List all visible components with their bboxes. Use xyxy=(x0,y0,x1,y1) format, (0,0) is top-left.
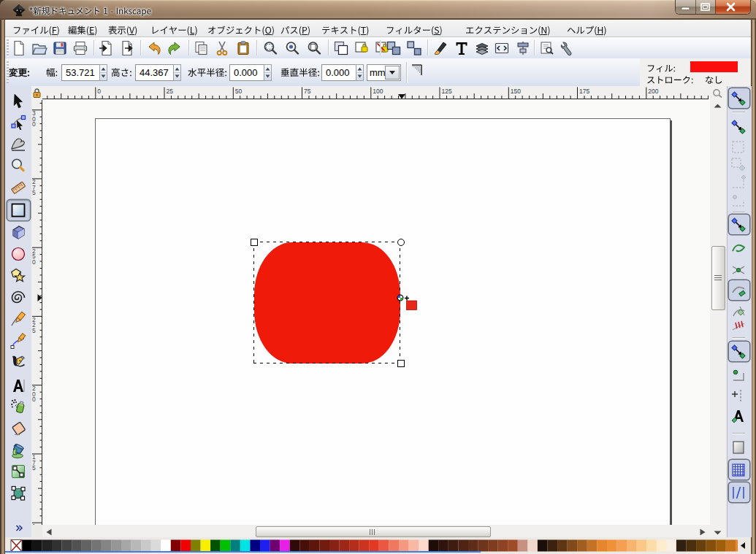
svg-text:0: 0 xyxy=(32,258,36,266)
svg-text:5: 5 xyxy=(32,189,36,196)
svg-text:0: 0 xyxy=(97,88,101,95)
svg-text:5: 5 xyxy=(32,464,36,472)
svg-text:150: 150 xyxy=(511,88,521,95)
svg-text:175: 175 xyxy=(579,88,589,95)
svg-text:100: 100 xyxy=(373,88,383,95)
svg-text:200: 200 xyxy=(648,88,658,95)
svg-text:5: 5 xyxy=(32,327,36,334)
svg-text:0: 0 xyxy=(32,396,36,403)
svg-text:50: 50 xyxy=(235,88,243,95)
svg-text:1: 1 xyxy=(32,523,36,525)
svg-text:125: 125 xyxy=(442,88,452,95)
svg-text:25: 25 xyxy=(167,88,174,95)
svg-text:75: 75 xyxy=(304,88,311,95)
svg-text:0: 0 xyxy=(32,120,36,128)
